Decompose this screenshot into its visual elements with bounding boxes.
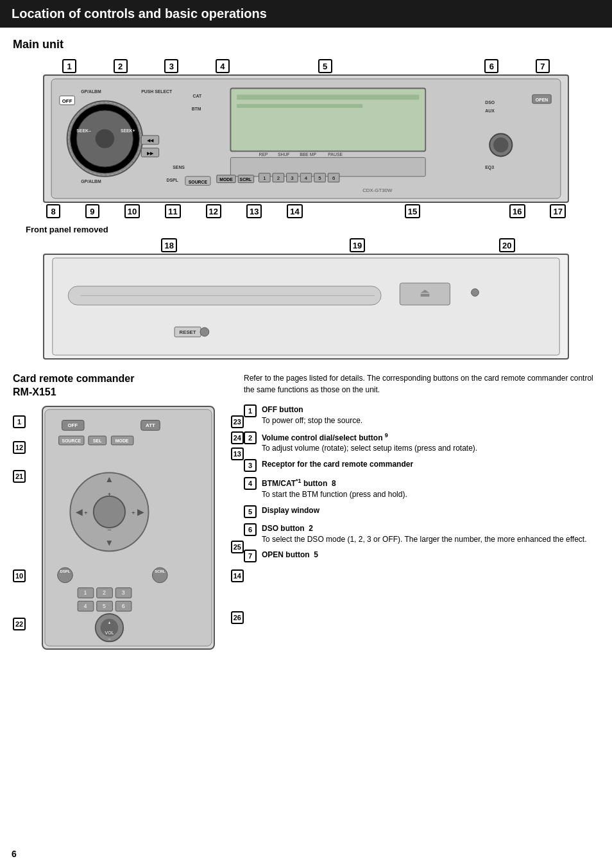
front-panel-label: Front panel removed	[26, 225, 599, 234]
svg-text:AUX: AUX	[485, 108, 495, 113]
svg-text:◀◀: ◀◀	[147, 138, 154, 143]
svg-text:▲: ▲	[105, 474, 114, 484]
badge-23-remote: 23	[231, 415, 244, 428]
card-remote-wrapper: 1 12 21 10 22 23 24 13 25 14 26	[13, 406, 244, 650]
svg-text:CAT: CAT	[193, 94, 202, 98]
badge-26-remote: 26	[231, 611, 244, 624]
top-badges-row: 1 2 3 4 5 6 7	[43, 59, 569, 73]
desc-title-7: OPEN button 5	[262, 550, 318, 559]
badge-18: 18	[161, 238, 176, 252]
desc-item-3: 3 Receptor for the card remote commander	[244, 459, 599, 472]
svg-text:▶: ▶	[137, 507, 144, 517]
svg-text:4: 4	[84, 603, 87, 609]
fp-removed-svg: ⏏ RESET	[43, 254, 569, 360]
desc-item-7: 7 OPEN button 5	[244, 550, 599, 562]
fp-diagram-wrapper: 18 19 20 ⏏ RESET	[30, 238, 582, 360]
desc-title-2: Volume control dial/select button 9	[262, 433, 388, 442]
svg-text:SOURCE: SOURCE	[62, 438, 81, 443]
card-remote-title: Card remote commander RM-X151	[13, 372, 231, 399]
badge-13: 13	[246, 204, 262, 218]
svg-text:REP: REP	[259, 152, 269, 157]
badge-10-remote: 10	[13, 569, 26, 582]
desc-text-7: OPEN button 5	[262, 550, 318, 560]
svg-point-62	[200, 327, 209, 336]
desc-item-1: 1 OFF button To power off; stop the sour…	[244, 404, 599, 426]
badge-10: 10	[124, 204, 140, 218]
main-unit-svg: OFF GP/ALBM GP/ALBM PUSH SELECT CAT BTM …	[43, 74, 569, 203]
bottom-badges-row: 8 9 10 11 12 13 14 15 16 17	[43, 204, 569, 218]
badge-22-remote: 22	[13, 618, 26, 630]
desc-body-6: To select the DSO mode (1, 2, 3 or OFF).…	[262, 535, 586, 544]
badge-3: 3	[164, 59, 178, 73]
svg-text:MODE: MODE	[115, 438, 129, 443]
svg-text:4: 4	[305, 175, 308, 181]
desc-title-4: BTM/CAT*1 button 8	[262, 479, 336, 488]
badge-20: 20	[499, 238, 514, 252]
desc-text-3: Receptor for the card remote commander	[262, 459, 413, 470]
svg-text:BTM: BTM	[192, 107, 201, 111]
desc-text-5: Display window	[262, 505, 319, 516]
badge-12-remote: 12	[13, 441, 26, 454]
desc-badge-7: 7	[244, 550, 257, 562]
svg-text:2: 2	[103, 589, 106, 596]
svg-text:+: +	[132, 509, 135, 516]
svg-rect-55	[53, 258, 559, 355]
svg-text:6: 6	[122, 603, 125, 609]
badge-14: 14	[287, 204, 302, 218]
svg-text:SHUF: SHUF	[278, 152, 290, 157]
badge-21-remote: 21	[13, 470, 26, 483]
main-unit-title: Main unit	[13, 38, 599, 51]
svg-text:ATT: ATT	[146, 422, 155, 428]
desc-text-1: OFF button To power off; stop the source…	[262, 404, 362, 426]
svg-rect-21	[237, 104, 362, 108]
badge-8: 8	[46, 204, 60, 218]
badge-1: 1	[62, 59, 76, 73]
desc-badge-3: 3	[244, 459, 257, 472]
svg-text:1: 1	[84, 589, 87, 596]
svg-text:SEEK+: SEEK+	[121, 128, 135, 133]
desc-text-6: DSO button 2 To select the DSO mode (1, …	[262, 523, 586, 545]
badge-19: 19	[350, 238, 365, 252]
svg-text:PUSH SELECT: PUSH SELECT	[141, 89, 173, 94]
svg-text:SCRL: SCRL	[155, 569, 165, 573]
desc-item-5: 5 Display window	[244, 505, 599, 518]
desc-list: 1 OFF button To power off; stop the sour…	[244, 404, 599, 562]
svg-point-76	[94, 496, 125, 527]
svg-text:+: +	[108, 490, 112, 497]
badge-2: 2	[114, 59, 128, 73]
svg-text:+: +	[108, 620, 110, 625]
fp-top-badges: 18 19 20	[43, 238, 569, 252]
desc-badge-4: 4	[244, 477, 257, 490]
bottom-section: Card remote commander RM-X151 1 12 21 10…	[13, 372, 599, 650]
svg-text:OFF: OFF	[62, 98, 72, 104]
svg-text:SCRL: SCRL	[240, 177, 252, 182]
header-title: Location of controls and basic operation…	[12, 6, 267, 21]
svg-text:OFF: OFF	[67, 422, 78, 428]
svg-point-5	[96, 129, 114, 148]
desc-text-2: Volume control dial/select button 9 To a…	[262, 431, 477, 455]
svg-text:SEEK–: SEEK–	[76, 128, 91, 133]
desc-item-2: 2 Volume control dial/select button 9 To…	[244, 431, 599, 455]
badge-17: 17	[550, 204, 565, 218]
svg-text:◀: ◀	[76, 507, 83, 517]
svg-text:▼: ▼	[105, 537, 114, 547]
badge-11: 11	[165, 204, 180, 218]
card-remote-svg: OFF ATT SOURCE SEL MODE ▲	[42, 406, 215, 650]
svg-text:–: –	[108, 636, 111, 641]
descriptions-section: Refer to the pages listed for details. T…	[244, 372, 599, 650]
svg-text:BBE MP: BBE MP	[300, 152, 316, 157]
svg-text:DSPL: DSPL	[60, 569, 71, 573]
svg-text:5: 5	[103, 603, 106, 609]
svg-text:EQ3: EQ3	[485, 165, 494, 170]
svg-text:RESET: RESET	[180, 329, 196, 335]
svg-text:PAUSE: PAUSE	[328, 152, 343, 157]
svg-text:1: 1	[263, 175, 266, 181]
badge-5: 5	[318, 59, 332, 73]
page-number: 6	[12, 849, 17, 859]
main-unit-diagram-wrapper: 1 2 3 4 5 6 7 OFF GP/ALBM GP/ALBM	[30, 59, 582, 218]
svg-text:▶▶: ▶▶	[147, 151, 154, 155]
desc-item-4: 4 BTM/CAT*1 button 8 To start the BTM fu…	[244, 477, 599, 500]
desc-body-2: To adjust volume (rotate); select setup …	[262, 444, 477, 453]
badge-15: 15	[405, 204, 420, 218]
desc-badge-5: 5	[244, 505, 257, 518]
